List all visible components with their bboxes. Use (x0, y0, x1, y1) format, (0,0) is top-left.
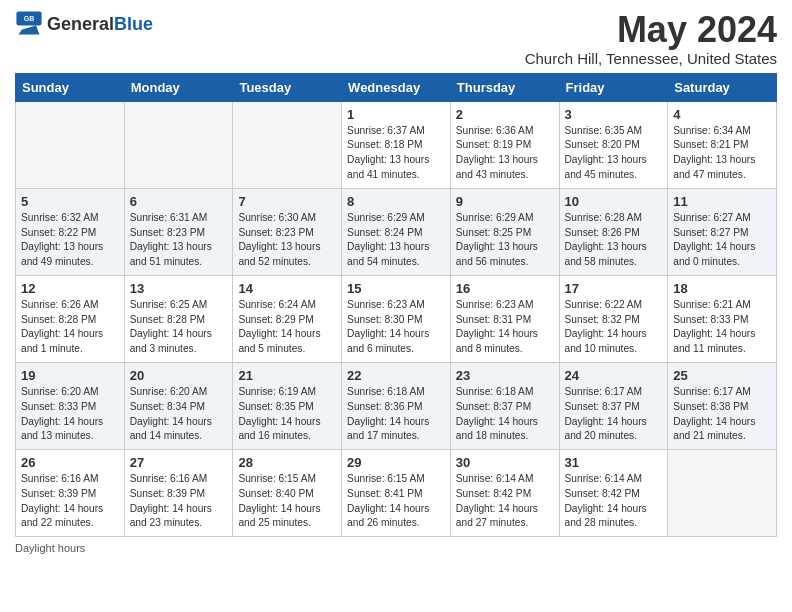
day-info: Sunrise: 6:15 AM Sunset: 8:40 PM Dayligh… (238, 472, 336, 531)
weekday-header-thursday: Thursday (450, 73, 559, 101)
calendar-cell: 3Sunrise: 6:35 AM Sunset: 8:20 PM Daylig… (559, 101, 668, 188)
calendar-cell: 12Sunrise: 6:26 AM Sunset: 8:28 PM Dayli… (16, 275, 125, 362)
calendar-cell: 4Sunrise: 6:34 AM Sunset: 8:21 PM Daylig… (668, 101, 777, 188)
day-number: 3 (565, 107, 663, 122)
day-number: 19 (21, 368, 119, 383)
calendar-cell: 18Sunrise: 6:21 AM Sunset: 8:33 PM Dayli… (668, 275, 777, 362)
day-number: 2 (456, 107, 554, 122)
day-number: 28 (238, 455, 336, 470)
day-number: 11 (673, 194, 771, 209)
logo: GB General Blue (15, 10, 153, 38)
calendar-cell: 21Sunrise: 6:19 AM Sunset: 8:35 PM Dayli… (233, 362, 342, 449)
day-info: Sunrise: 6:18 AM Sunset: 8:37 PM Dayligh… (456, 385, 554, 444)
day-number: 16 (456, 281, 554, 296)
day-number: 22 (347, 368, 445, 383)
day-number: 31 (565, 455, 663, 470)
day-number: 25 (673, 368, 771, 383)
calendar-cell: 24Sunrise: 6:17 AM Sunset: 8:37 PM Dayli… (559, 362, 668, 449)
calendar-cell: 31Sunrise: 6:14 AM Sunset: 8:42 PM Dayli… (559, 450, 668, 537)
calendar-cell: 11Sunrise: 6:27 AM Sunset: 8:27 PM Dayli… (668, 188, 777, 275)
month-title: May 2024 (525, 10, 777, 50)
day-info: Sunrise: 6:20 AM Sunset: 8:33 PM Dayligh… (21, 385, 119, 444)
day-info: Sunrise: 6:20 AM Sunset: 8:34 PM Dayligh… (130, 385, 228, 444)
calendar-cell: 23Sunrise: 6:18 AM Sunset: 8:37 PM Dayli… (450, 362, 559, 449)
day-info: Sunrise: 6:21 AM Sunset: 8:33 PM Dayligh… (673, 298, 771, 357)
day-number: 29 (347, 455, 445, 470)
logo-general: General (47, 15, 114, 33)
calendar-table: SundayMondayTuesdayWednesdayThursdayFrid… (15, 73, 777, 538)
day-number: 18 (673, 281, 771, 296)
day-info: Sunrise: 6:25 AM Sunset: 8:28 PM Dayligh… (130, 298, 228, 357)
calendar-cell: 10Sunrise: 6:28 AM Sunset: 8:26 PM Dayli… (559, 188, 668, 275)
calendar-cell: 26Sunrise: 6:16 AM Sunset: 8:39 PM Dayli… (16, 450, 125, 537)
calendar-cell: 7Sunrise: 6:30 AM Sunset: 8:23 PM Daylig… (233, 188, 342, 275)
weekday-header-sunday: Sunday (16, 73, 125, 101)
calendar-week-2: 5Sunrise: 6:32 AM Sunset: 8:22 PM Daylig… (16, 188, 777, 275)
day-number: 21 (238, 368, 336, 383)
day-info: Sunrise: 6:36 AM Sunset: 8:19 PM Dayligh… (456, 124, 554, 183)
title-block: May 2024 Church Hill, Tennessee, United … (525, 10, 777, 67)
calendar-cell: 6Sunrise: 6:31 AM Sunset: 8:23 PM Daylig… (124, 188, 233, 275)
day-info: Sunrise: 6:19 AM Sunset: 8:35 PM Dayligh… (238, 385, 336, 444)
footer-note: Daylight hours (15, 542, 777, 554)
day-number: 4 (673, 107, 771, 122)
svg-marker-2 (19, 25, 40, 34)
calendar-cell: 17Sunrise: 6:22 AM Sunset: 8:32 PM Dayli… (559, 275, 668, 362)
calendar-cell (233, 101, 342, 188)
day-info: Sunrise: 6:16 AM Sunset: 8:39 PM Dayligh… (21, 472, 119, 531)
calendar-cell: 9Sunrise: 6:29 AM Sunset: 8:25 PM Daylig… (450, 188, 559, 275)
day-info: Sunrise: 6:30 AM Sunset: 8:23 PM Dayligh… (238, 211, 336, 270)
day-number: 17 (565, 281, 663, 296)
day-info: Sunrise: 6:17 AM Sunset: 8:37 PM Dayligh… (565, 385, 663, 444)
calendar-cell: 15Sunrise: 6:23 AM Sunset: 8:30 PM Dayli… (342, 275, 451, 362)
day-number: 30 (456, 455, 554, 470)
day-info: Sunrise: 6:29 AM Sunset: 8:24 PM Dayligh… (347, 211, 445, 270)
day-number: 10 (565, 194, 663, 209)
day-number: 9 (456, 194, 554, 209)
day-number: 8 (347, 194, 445, 209)
calendar-cell: 19Sunrise: 6:20 AM Sunset: 8:33 PM Dayli… (16, 362, 125, 449)
location-title: Church Hill, Tennessee, United States (525, 50, 777, 67)
svg-text:GB: GB (24, 15, 35, 22)
calendar-cell (124, 101, 233, 188)
day-number: 12 (21, 281, 119, 296)
day-number: 13 (130, 281, 228, 296)
calendar-cell: 13Sunrise: 6:25 AM Sunset: 8:28 PM Dayli… (124, 275, 233, 362)
calendar-cell: 1Sunrise: 6:37 AM Sunset: 8:18 PM Daylig… (342, 101, 451, 188)
day-number: 6 (130, 194, 228, 209)
calendar-week-1: 1Sunrise: 6:37 AM Sunset: 8:18 PM Daylig… (16, 101, 777, 188)
weekday-header-row: SundayMondayTuesdayWednesdayThursdayFrid… (16, 73, 777, 101)
day-number: 7 (238, 194, 336, 209)
day-number: 14 (238, 281, 336, 296)
day-info: Sunrise: 6:31 AM Sunset: 8:23 PM Dayligh… (130, 211, 228, 270)
weekday-header-tuesday: Tuesday (233, 73, 342, 101)
weekday-header-wednesday: Wednesday (342, 73, 451, 101)
calendar-cell: 8Sunrise: 6:29 AM Sunset: 8:24 PM Daylig… (342, 188, 451, 275)
day-info: Sunrise: 6:14 AM Sunset: 8:42 PM Dayligh… (456, 472, 554, 531)
day-info: Sunrise: 6:22 AM Sunset: 8:32 PM Dayligh… (565, 298, 663, 357)
weekday-header-saturday: Saturday (668, 73, 777, 101)
day-info: Sunrise: 6:17 AM Sunset: 8:38 PM Dayligh… (673, 385, 771, 444)
weekday-header-friday: Friday (559, 73, 668, 101)
day-number: 24 (565, 368, 663, 383)
calendar-cell: 25Sunrise: 6:17 AM Sunset: 8:38 PM Dayli… (668, 362, 777, 449)
logo-icon: GB (15, 10, 43, 38)
calendar-cell: 29Sunrise: 6:15 AM Sunset: 8:41 PM Dayli… (342, 450, 451, 537)
calendar-cell: 14Sunrise: 6:24 AM Sunset: 8:29 PM Dayli… (233, 275, 342, 362)
day-number: 1 (347, 107, 445, 122)
calendar-cell: 16Sunrise: 6:23 AM Sunset: 8:31 PM Dayli… (450, 275, 559, 362)
page-header: GB General Blue May 2024 Church Hill, Te… (15, 10, 777, 67)
calendar-cell: 22Sunrise: 6:18 AM Sunset: 8:36 PM Dayli… (342, 362, 451, 449)
day-info: Sunrise: 6:29 AM Sunset: 8:25 PM Dayligh… (456, 211, 554, 270)
calendar-cell (16, 101, 125, 188)
day-info: Sunrise: 6:28 AM Sunset: 8:26 PM Dayligh… (565, 211, 663, 270)
calendar-week-5: 26Sunrise: 6:16 AM Sunset: 8:39 PM Dayli… (16, 450, 777, 537)
calendar-cell (668, 450, 777, 537)
day-info: Sunrise: 6:23 AM Sunset: 8:30 PM Dayligh… (347, 298, 445, 357)
calendar-cell: 20Sunrise: 6:20 AM Sunset: 8:34 PM Dayli… (124, 362, 233, 449)
calendar-cell: 28Sunrise: 6:15 AM Sunset: 8:40 PM Dayli… (233, 450, 342, 537)
day-number: 27 (130, 455, 228, 470)
calendar-cell: 30Sunrise: 6:14 AM Sunset: 8:42 PM Dayli… (450, 450, 559, 537)
day-number: 26 (21, 455, 119, 470)
day-info: Sunrise: 6:32 AM Sunset: 8:22 PM Dayligh… (21, 211, 119, 270)
